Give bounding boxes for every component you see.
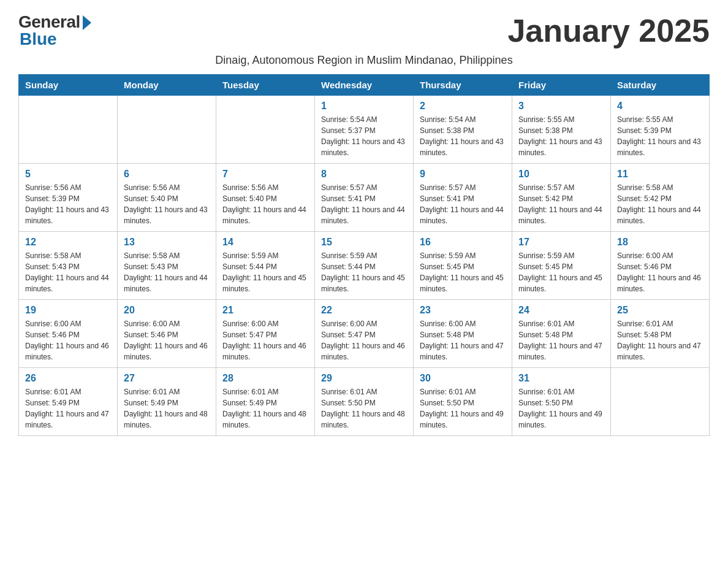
day-number: 13 <box>124 237 210 248</box>
calendar-cell: 20Sunrise: 6:00 AMSunset: 5:46 PMDayligh… <box>118 300 216 368</box>
calendar-header-sunday: Sunday <box>19 75 118 96</box>
calendar-cell: 11Sunrise: 5:58 AMSunset: 5:42 PMDayligh… <box>611 164 710 232</box>
day-info: Sunrise: 5:56 AMSunset: 5:40 PMDaylight:… <box>124 182 210 226</box>
day-number: 4 <box>617 101 703 112</box>
day-info: Sunrise: 6:01 AMSunset: 5:48 PMDaylight:… <box>617 318 703 362</box>
day-number: 23 <box>420 305 506 316</box>
page-title: January 2025 <box>507 12 710 49</box>
day-number: 7 <box>222 169 308 180</box>
calendar-cell: 25Sunrise: 6:01 AMSunset: 5:48 PMDayligh… <box>611 300 710 368</box>
calendar-header-saturday: Saturday <box>611 75 710 96</box>
day-info: Sunrise: 5:54 AMSunset: 5:38 PMDaylight:… <box>420 114 506 158</box>
week-row-3: 12Sunrise: 5:58 AMSunset: 5:43 PMDayligh… <box>19 232 710 300</box>
week-row-1: 1Sunrise: 5:54 AMSunset: 5:37 PMDaylight… <box>19 96 710 164</box>
day-info: Sunrise: 6:00 AMSunset: 5:46 PMDaylight:… <box>617 250 703 294</box>
day-info: Sunrise: 5:56 AMSunset: 5:40 PMDaylight:… <box>222 182 308 226</box>
calendar-cell <box>118 96 216 164</box>
calendar-cell: 14Sunrise: 5:59 AMSunset: 5:44 PMDayligh… <box>216 232 315 300</box>
logo-blue-text: Blue <box>18 29 57 49</box>
week-row-4: 19Sunrise: 6:00 AMSunset: 5:46 PMDayligh… <box>19 300 710 368</box>
day-number: 9 <box>420 169 506 180</box>
calendar-cell <box>611 368 710 436</box>
day-number: 30 <box>420 373 506 384</box>
calendar-cell: 27Sunrise: 6:01 AMSunset: 5:49 PMDayligh… <box>118 368 216 436</box>
calendar-cell: 3Sunrise: 5:55 AMSunset: 5:38 PMDaylight… <box>512 96 611 164</box>
day-info: Sunrise: 6:01 AMSunset: 5:48 PMDaylight:… <box>518 318 604 362</box>
day-number: 18 <box>617 237 703 248</box>
day-number: 15 <box>321 237 407 248</box>
calendar-cell: 1Sunrise: 5:54 AMSunset: 5:37 PMDaylight… <box>315 96 414 164</box>
calendar-cell: 6Sunrise: 5:56 AMSunset: 5:40 PMDaylight… <box>118 164 216 232</box>
week-row-2: 5Sunrise: 5:56 AMSunset: 5:39 PMDaylight… <box>19 164 710 232</box>
day-info: Sunrise: 5:58 AMSunset: 5:43 PMDaylight:… <box>25 250 111 294</box>
calendar-header-wednesday: Wednesday <box>315 75 414 96</box>
day-number: 20 <box>124 305 210 316</box>
day-info: Sunrise: 6:01 AMSunset: 5:50 PMDaylight:… <box>321 386 407 431</box>
day-info: Sunrise: 6:01 AMSunset: 5:50 PMDaylight:… <box>518 386 604 431</box>
calendar-cell: 2Sunrise: 5:54 AMSunset: 5:38 PMDaylight… <box>414 96 512 164</box>
calendar-cell: 8Sunrise: 5:57 AMSunset: 5:41 PMDaylight… <box>315 164 414 232</box>
calendar-cell: 19Sunrise: 6:00 AMSunset: 5:46 PMDayligh… <box>19 300 118 368</box>
day-number: 8 <box>321 169 407 180</box>
day-number: 1 <box>321 101 407 112</box>
logo: General Blue <box>18 12 91 49</box>
calendar-cell: 22Sunrise: 6:00 AMSunset: 5:47 PMDayligh… <box>315 300 414 368</box>
day-number: 21 <box>222 305 308 316</box>
day-number: 6 <box>124 169 210 180</box>
calendar-cell: 24Sunrise: 6:01 AMSunset: 5:48 PMDayligh… <box>512 300 611 368</box>
calendar-header-friday: Friday <box>512 75 611 96</box>
calendar-cell: 26Sunrise: 6:01 AMSunset: 5:49 PMDayligh… <box>19 368 118 436</box>
calendar-cell <box>19 96 118 164</box>
calendar-cell: 31Sunrise: 6:01 AMSunset: 5:50 PMDayligh… <box>512 368 611 436</box>
day-number: 24 <box>518 305 604 316</box>
calendar-cell: 28Sunrise: 6:01 AMSunset: 5:49 PMDayligh… <box>216 368 315 436</box>
calendar-cell: 21Sunrise: 6:00 AMSunset: 5:47 PMDayligh… <box>216 300 315 368</box>
calendar-cell: 29Sunrise: 6:01 AMSunset: 5:50 PMDayligh… <box>315 368 414 436</box>
calendar-cell: 15Sunrise: 5:59 AMSunset: 5:44 PMDayligh… <box>315 232 414 300</box>
calendar-table: SundayMondayTuesdayWednesdayThursdayFrid… <box>18 74 710 436</box>
day-info: Sunrise: 5:57 AMSunset: 5:41 PMDaylight:… <box>321 182 407 226</box>
calendar-cell: 18Sunrise: 6:00 AMSunset: 5:46 PMDayligh… <box>611 232 710 300</box>
calendar-cell: 10Sunrise: 5:57 AMSunset: 5:42 PMDayligh… <box>512 164 611 232</box>
day-info: Sunrise: 6:00 AMSunset: 5:46 PMDaylight:… <box>124 318 210 362</box>
day-info: Sunrise: 5:59 AMSunset: 5:45 PMDaylight:… <box>420 250 506 294</box>
day-info: Sunrise: 6:01 AMSunset: 5:50 PMDaylight:… <box>420 386 506 431</box>
day-info: Sunrise: 6:00 AMSunset: 5:48 PMDaylight:… <box>420 318 506 362</box>
logo-arrow-icon <box>83 15 91 30</box>
day-info: Sunrise: 5:59 AMSunset: 5:45 PMDaylight:… <box>518 250 604 294</box>
day-number: 27 <box>124 373 210 384</box>
day-number: 16 <box>420 237 506 248</box>
calendar-cell: 17Sunrise: 5:59 AMSunset: 5:45 PMDayligh… <box>512 232 611 300</box>
day-info: Sunrise: 5:59 AMSunset: 5:44 PMDaylight:… <box>222 250 308 294</box>
day-number: 14 <box>222 237 308 248</box>
day-info: Sunrise: 5:54 AMSunset: 5:37 PMDaylight:… <box>321 114 407 158</box>
calendar-cell: 16Sunrise: 5:59 AMSunset: 5:45 PMDayligh… <box>414 232 512 300</box>
subtitle: Dinaig, Autonomous Region in Muslim Mind… <box>18 54 710 67</box>
calendar-header-row: SundayMondayTuesdayWednesdayThursdayFrid… <box>19 75 710 96</box>
calendar-cell: 23Sunrise: 6:00 AMSunset: 5:48 PMDayligh… <box>414 300 512 368</box>
week-row-5: 26Sunrise: 6:01 AMSunset: 5:49 PMDayligh… <box>19 368 710 436</box>
day-info: Sunrise: 5:59 AMSunset: 5:44 PMDaylight:… <box>321 250 407 294</box>
calendar-cell: 9Sunrise: 5:57 AMSunset: 5:41 PMDaylight… <box>414 164 512 232</box>
calendar-cell: 5Sunrise: 5:56 AMSunset: 5:39 PMDaylight… <box>19 164 118 232</box>
day-info: Sunrise: 6:01 AMSunset: 5:49 PMDaylight:… <box>25 386 111 431</box>
day-number: 5 <box>25 169 111 180</box>
day-number: 10 <box>518 169 604 180</box>
day-info: Sunrise: 5:55 AMSunset: 5:38 PMDaylight:… <box>518 114 604 158</box>
calendar-cell: 12Sunrise: 5:58 AMSunset: 5:43 PMDayligh… <box>19 232 118 300</box>
day-number: 25 <box>617 305 703 316</box>
day-info: Sunrise: 6:01 AMSunset: 5:49 PMDaylight:… <box>222 386 308 431</box>
day-number: 3 <box>518 101 604 112</box>
calendar-header-tuesday: Tuesday <box>216 75 315 96</box>
day-number: 19 <box>25 305 111 316</box>
day-info: Sunrise: 6:00 AMSunset: 5:47 PMDaylight:… <box>222 318 308 362</box>
day-number: 29 <box>321 373 407 384</box>
day-number: 22 <box>321 305 407 316</box>
day-info: Sunrise: 6:00 AMSunset: 5:46 PMDaylight:… <box>25 318 111 362</box>
day-info: Sunrise: 6:00 AMSunset: 5:47 PMDaylight:… <box>321 318 407 362</box>
calendar-cell: 13Sunrise: 5:58 AMSunset: 5:43 PMDayligh… <box>118 232 216 300</box>
day-number: 17 <box>518 237 604 248</box>
calendar-cell: 30Sunrise: 6:01 AMSunset: 5:50 PMDayligh… <box>414 368 512 436</box>
day-info: Sunrise: 5:55 AMSunset: 5:39 PMDaylight:… <box>617 114 703 158</box>
day-number: 12 <box>25 237 111 248</box>
